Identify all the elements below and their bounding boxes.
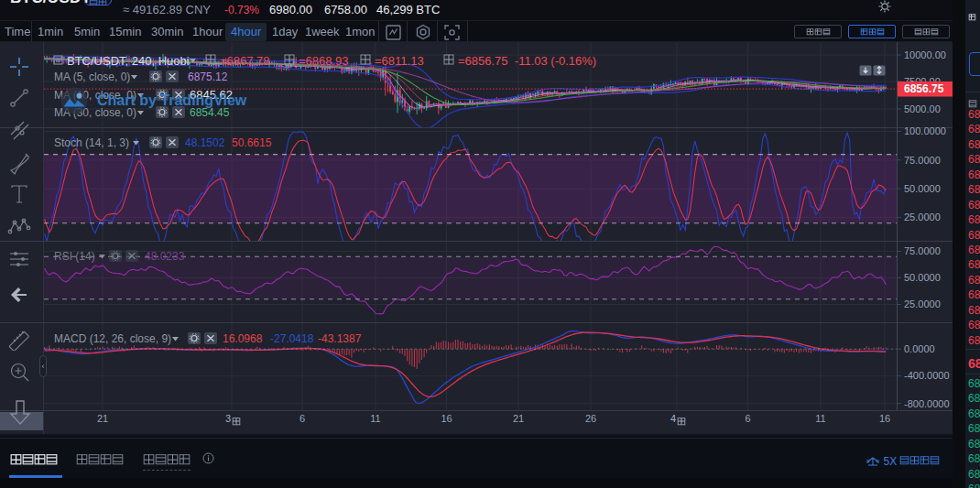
svg-text:48.1502: 48.1502 bbox=[185, 136, 225, 149]
svg-text:=6811.13: =6811.13 bbox=[375, 54, 424, 68]
svg-text:=6856.75 -11.03 (-0.16%): =6856.75 -11.03 (-0.16%) bbox=[458, 54, 596, 68]
svg-text:=6867.78: =6867.78 bbox=[220, 54, 270, 68]
svg-text:MACD (12, 26, close, 9): MACD (12, 26, close, 9) bbox=[54, 332, 171, 345]
svg-text:-27.0418: -27.0418 bbox=[270, 332, 314, 345]
svg-text:RSI (14): RSI (14) bbox=[54, 250, 95, 263]
svg-text:-43.1387: -43.1387 bbox=[318, 332, 362, 345]
svg-text:MA (5, close, 0): MA (5, close, 0) bbox=[54, 70, 130, 83]
svg-text:BTC/USDT, 240, Huobi: BTC/USDT, 240, Huobi bbox=[67, 54, 190, 68]
svg-text:6875.12: 6875.12 bbox=[188, 70, 228, 83]
svg-text:=6868.93: =6868.93 bbox=[299, 54, 349, 68]
svg-text:50.6615: 50.6615 bbox=[232, 136, 272, 149]
svg-text:Stoch (14, 1, 3): Stoch (14, 1, 3) bbox=[54, 136, 129, 149]
svg-text:16.0968: 16.0968 bbox=[223, 332, 263, 345]
svg-text:48.0233: 48.0233 bbox=[145, 250, 185, 263]
